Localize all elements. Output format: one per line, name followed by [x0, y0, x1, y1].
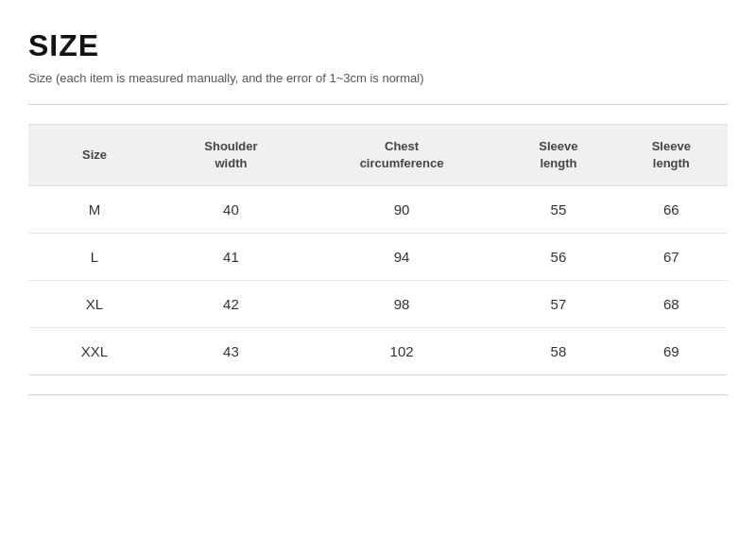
cell-sleeve_length_2: 66	[615, 186, 728, 234]
top-divider	[28, 104, 728, 105]
table-row: M40905566	[28, 186, 728, 234]
table-row: XXL431025869	[28, 328, 728, 375]
table-header-row: Size Shoulderwidth Chestcircumference Sl…	[28, 125, 728, 186]
cell-shoulder_width: 43	[161, 328, 301, 375]
bottom-divider	[28, 394, 728, 395]
cell-size: M	[28, 186, 161, 234]
page-title: SIZE	[28, 28, 728, 63]
col-header-shoulder-width: Shoulderwidth	[161, 125, 301, 186]
cell-size: XXL	[28, 328, 161, 375]
cell-sleeve_length_1: 57	[502, 281, 614, 328]
col-header-sleeve-length-2: Sleevelength	[615, 125, 728, 186]
cell-shoulder_width: 42	[161, 281, 301, 328]
size-table: Size Shoulderwidth Chestcircumference Sl…	[28, 124, 728, 375]
cell-sleeve_length_2: 67	[615, 234, 728, 281]
cell-size: XL	[28, 281, 161, 328]
col-header-size: Size	[28, 125, 161, 186]
cell-sleeve_length_1: 55	[502, 186, 614, 234]
cell-shoulder_width: 40	[161, 186, 301, 234]
col-header-sleeve-length-1: Sleevelength	[502, 125, 614, 186]
cell-size: L	[28, 234, 161, 281]
cell-shoulder_width: 41	[161, 234, 301, 281]
cell-chest_circumference: 102	[301, 328, 502, 375]
cell-sleeve_length_1: 58	[502, 328, 614, 375]
table-row: L41945667	[28, 234, 728, 281]
cell-sleeve_length_2: 69	[615, 328, 728, 375]
cell-sleeve_length_1: 56	[502, 234, 614, 281]
col-header-chest-circumference: Chestcircumference	[301, 125, 502, 186]
page-container: SIZE Size (each item is measured manuall…	[0, 0, 756, 414]
cell-chest_circumference: 98	[301, 281, 502, 328]
table-row: XL42985768	[28, 281, 728, 328]
page-subtitle: Size (each item is measured manually, an…	[28, 71, 728, 85]
cell-chest_circumference: 94	[301, 234, 502, 281]
cell-chest_circumference: 90	[301, 186, 502, 234]
cell-sleeve_length_2: 68	[615, 281, 728, 328]
